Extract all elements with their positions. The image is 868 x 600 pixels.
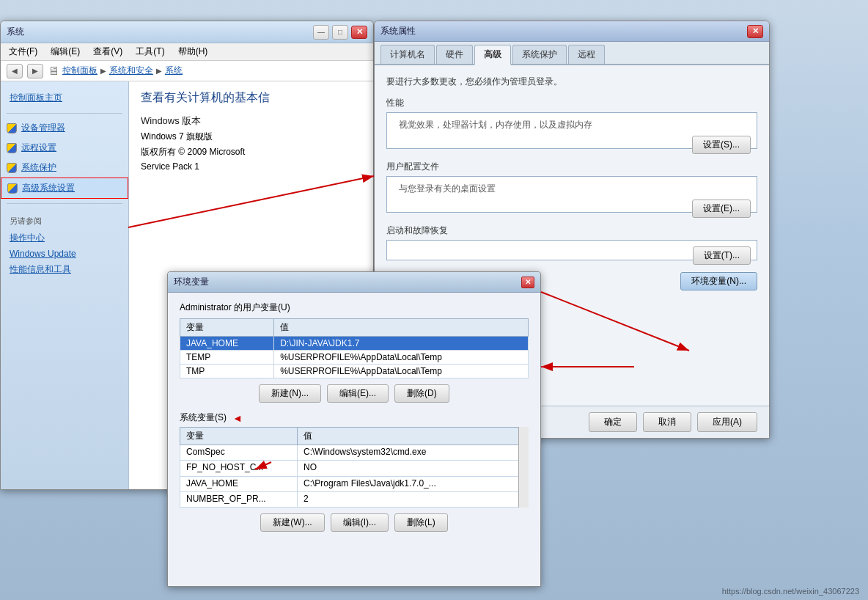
sys-vars-title: 系统变量(S): [180, 411, 227, 424]
footer-apply-btn[interactable]: 应用(A): [697, 412, 757, 432]
sys-edit-btn[interactable]: 编辑(I)...: [331, 513, 389, 532]
sys-var-fp-val: NO: [298, 461, 529, 476]
user-vars-btns: 新建(N)... 编辑(E)... 删除(D): [180, 384, 529, 403]
windows-version-label: Windows 版本: [141, 114, 361, 128]
minimize-btn[interactable]: —: [313, 25, 329, 40]
shield-icon-1: [7, 123, 17, 133]
user-vars-table: 变量 值 JAVA_HOME D:\JIN-JAVA\JDK1.7 TEMP %…: [180, 318, 529, 378]
sysprop-title: 系统属性: [380, 25, 747, 37]
sidebar: 控制面板主页 设备管理器 远程设置 系统保护 高级系统设置 另请参阅 操作中心 …: [1, 81, 129, 489]
breadcrumb-security[interactable]: 系统和安全: [109, 65, 153, 77]
tab-bar: 计算机名 硬件 高级 系统保护 远程: [375, 42, 769, 65]
user-var-row-java[interactable]: JAVA_HOME D:\JIN-JAVA\JDK1.7: [180, 337, 529, 351]
sys-var-row-fp[interactable]: FP_NO_HOST_C... NO: [180, 461, 529, 476]
user-new-btn[interactable]: 新建(N)...: [259, 384, 321, 403]
sidebar-item-protection[interactable]: 系统保护: [1, 158, 128, 178]
sys-vars-wrapper: 变量 值 ComSpec C:\Windows\system32\cmd.exe…: [180, 427, 529, 508]
maximize-btn[interactable]: □: [332, 25, 348, 40]
envvar-title: 环境变量: [174, 276, 521, 288]
user-col-var: 变量: [180, 319, 274, 337]
sidebar-section-label: 另请参阅: [1, 208, 128, 230]
sidebar-divider2: [7, 203, 122, 204]
menu-tools[interactable]: 工具(T): [133, 45, 166, 59]
perf-section: 性能 视觉效果，处理器计划，内存使用，以及虚拟内存 设置(S)...: [386, 97, 757, 149]
userprofile-desc: 与您登录有关的桌面设置: [399, 183, 751, 195]
tab-computername[interactable]: 计算机名: [380, 45, 435, 64]
sys-var-comspec-val: C:\Windows\system32\cmd.exe: [298, 445, 529, 461]
user-var-temp-val: %USERPROFILE%\AppData\Local\Temp: [274, 351, 529, 365]
sys-var-comspec-name: ComSpec: [180, 445, 298, 461]
watermark: https://blog.csdn.net/weixin_43067223: [722, 587, 859, 596]
perf-settings-btn[interactable]: 设置(S)...: [692, 136, 751, 154]
shield-icon-2: [7, 143, 17, 153]
system-window-title: 系统: [7, 26, 313, 38]
userprofile-title: 用户配置文件: [386, 161, 757, 173]
forward-btn[interactable]: ▶: [27, 64, 43, 78]
tab-hardware[interactable]: 硬件: [436, 45, 473, 64]
sys-var-row-nump[interactable]: NUMBER_OF_PR... 2: [180, 491, 529, 507]
folder-icon: 🖥: [48, 65, 59, 78]
menu-bar: 文件(F) 编辑(E) 查看(V) 工具(T) 帮助(H): [1, 43, 373, 61]
user-vars-title: Administrator 的用户变量(U): [180, 301, 529, 314]
perf-desc: 视觉效果，处理器计划，内存使用，以及虚拟内存: [399, 119, 751, 131]
user-var-java-val: D:\JIN-JAVA\JDK1.7: [274, 337, 529, 351]
envvar-body: Administrator 的用户变量(U) 变量 值 JAVA_HOME D:…: [168, 293, 540, 549]
sys-col-var: 变量: [180, 428, 298, 445]
address-bar: ◀ ▶ 🖥 控制面板 ▶ 系统和安全 ▶ 系统: [1, 61, 373, 81]
startup-box: 设置(T)...: [386, 240, 757, 260]
shield-icon-3: [7, 163, 17, 173]
sys-delete-btn[interactable]: 删除(L): [394, 513, 448, 532]
footer-cancel-btn[interactable]: 取消: [643, 412, 691, 432]
menu-view[interactable]: 查看(V): [91, 45, 125, 59]
sidebar-item-advanced[interactable]: 高级系统设置: [1, 178, 128, 199]
user-delete-btn[interactable]: 删除(D): [394, 384, 449, 403]
sidebar-link-action-center[interactable]: 操作中心: [1, 230, 128, 246]
sidebar-main-link[interactable]: 控制面板主页: [1, 87, 128, 109]
userprofile-box: 与您登录有关的桌面设置 设置(E)...: [386, 176, 757, 213]
user-col-val: 值: [274, 319, 529, 337]
breadcrumb: 🖥 控制面板 ▶ 系统和安全 ▶ 系统: [48, 65, 183, 78]
sidebar-link-performance[interactable]: 性能信息和工具: [1, 261, 128, 278]
perf-title: 性能: [386, 97, 757, 109]
user-var-java-name: JAVA_HOME: [180, 337, 274, 351]
main-panel-title: 查看有关计算机的基本信: [141, 90, 361, 106]
tab-remote[interactable]: 远程: [568, 45, 605, 64]
menu-help[interactable]: 帮助(H): [176, 45, 210, 59]
user-edit-btn[interactable]: 编辑(E)...: [327, 384, 389, 403]
sys-var-java-name: JAVA_HOME: [180, 476, 298, 491]
menu-file[interactable]: 文件(F): [7, 45, 40, 59]
dialog-note: 要进行大多数更改，您必须作为管理员登录。: [386, 76, 757, 88]
user-var-temp-name: TEMP: [180, 351, 274, 365]
envvar-btn[interactable]: 环境变量(N)...: [680, 272, 757, 290]
breadcrumb-controlpanel[interactable]: 控制面板: [62, 65, 98, 77]
sidebar-item-remote[interactable]: 远程设置: [1, 138, 128, 158]
user-var-row-temp[interactable]: TEMP %USERPROFILE%\AppData\Local\Temp: [180, 351, 529, 365]
sidebar-divider1: [7, 113, 122, 114]
system-titlebar: 系统 — □ ✕: [1, 21, 373, 43]
user-var-row-tmp[interactable]: TMP %USERPROFILE%\AppData\Local\Temp: [180, 365, 529, 378]
envvar-close-btn[interactable]: ✕: [521, 277, 534, 288]
win-edition: Windows 7 旗舰版: [141, 131, 361, 143]
startup-settings-btn[interactable]: 设置(T)...: [693, 246, 751, 265]
scrollbar[interactable]: [518, 427, 529, 508]
tab-advanced[interactable]: 高级: [474, 45, 511, 65]
sysprop-close-btn[interactable]: ✕: [747, 25, 763, 38]
sys-var-row-comspec[interactable]: ComSpec C:\Windows\system32\cmd.exe: [180, 445, 529, 461]
footer-ok-btn[interactable]: 确定: [589, 412, 637, 432]
back-btn[interactable]: ◀: [7, 64, 23, 78]
sidebar-link-windows-update[interactable]: Windows Update: [1, 246, 128, 261]
userprofile-section: 用户配置文件 与您登录有关的桌面设置 设置(E)...: [386, 161, 757, 213]
sysprop-titlebar: 系统属性 ✕: [375, 21, 769, 42]
sys-vars-header: 系统变量(S) ◄: [180, 411, 529, 424]
breadcrumb-system[interactable]: 系统: [165, 65, 183, 77]
menu-edit[interactable]: 编辑(E): [48, 45, 82, 59]
close-btn[interactable]: ✕: [351, 26, 367, 39]
sys-var-nump-name: NUMBER_OF_PR...: [180, 491, 298, 507]
envvar-dialog: 环境变量 ✕ Administrator 的用户变量(U) 变量 值 JAVA_…: [167, 271, 541, 587]
tab-protection[interactable]: 系统保护: [512, 45, 567, 64]
sys-vars-arrow-label: ◄: [232, 412, 243, 424]
sidebar-item-device-manager[interactable]: 设备管理器: [1, 118, 128, 138]
sys-new-btn[interactable]: 新建(W)...: [260, 513, 324, 532]
userprofile-settings-btn[interactable]: 设置(E)...: [692, 200, 751, 218]
sys-var-row-java[interactable]: JAVA_HOME C:\Program Files\Java\jdk1.7.0…: [180, 476, 529, 491]
